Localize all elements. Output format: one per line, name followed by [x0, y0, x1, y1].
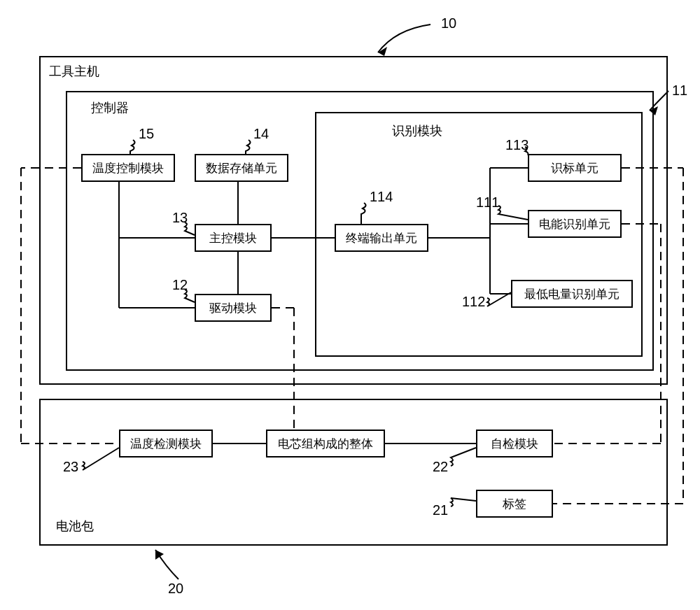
ref-114: 114 [370, 189, 393, 205]
energy-id-text: 电能识别单元 [539, 216, 610, 232]
self-check-module: 自检模块 [476, 430, 553, 458]
id-unit-text: 识标单元 [551, 160, 598, 176]
id-unit: 识标单元 [528, 154, 622, 182]
temp-ctrl-module: 温度控制模块 [81, 154, 175, 182]
ref-112: 112 [462, 294, 485, 310]
ref-21: 21 [433, 502, 448, 518]
drive-module: 驱动模块 [195, 294, 272, 322]
data-store-unit: 数据存储单元 [195, 154, 288, 182]
ref-13: 13 [172, 210, 188, 226]
energy-id-unit: 电能识别单元 [528, 210, 622, 238]
ref-15: 15 [139, 126, 154, 142]
main-ctrl-module: 主控模块 [195, 224, 272, 252]
svg-marker-2 [155, 550, 164, 560]
battery-pack-box [39, 399, 668, 546]
ref-20: 20 [168, 581, 183, 597]
ref-23: 23 [63, 459, 78, 475]
cell-assembly-text: 电芯组构成的整体 [278, 436, 373, 452]
tag-module: 标签 [476, 490, 553, 518]
recognition-module-label: 识别模块 [392, 122, 442, 139]
data-store-text: 数据存储单元 [206, 160, 277, 176]
controller-label: 控制器 [91, 99, 129, 116]
drive-text: 驱动模块 [209, 300, 257, 316]
tool-host-label: 工具主机 [49, 63, 99, 80]
diagram-canvas: 工具主机 控制器 识别模块 温度控制模块 数据存储单元 主控模块 驱动模块 终端… [0, 0, 700, 610]
self-check-text: 自检模块 [491, 436, 538, 452]
tag-text: 标签 [503, 496, 526, 512]
terminal-output-text: 终端输出单元 [346, 230, 417, 246]
cell-assembly: 电芯组构成的整体 [266, 430, 385, 458]
terminal-output-unit: 终端输出单元 [335, 224, 428, 252]
main-ctrl-text: 主控模块 [209, 230, 257, 246]
min-energy-id-unit: 最低电量识别单元 [511, 280, 633, 308]
svg-marker-0 [378, 47, 387, 56]
min-energy-id-text: 最低电量识别单元 [524, 286, 620, 302]
temp-detect-text: 温度检测模块 [130, 436, 202, 452]
temp-detect-module: 温度检测模块 [119, 430, 213, 458]
ref-111: 111 [476, 194, 499, 211]
temp-ctrl-text: 温度控制模块 [92, 160, 164, 176]
battery-pack-label: 电池包 [56, 518, 94, 534]
ref-14: 14 [253, 126, 269, 142]
ref-10: 10 [441, 15, 456, 31]
ref-12: 12 [172, 277, 188, 293]
ref-22: 22 [433, 459, 448, 475]
ref-11: 11 [672, 83, 687, 99]
ref-113: 113 [505, 137, 528, 153]
